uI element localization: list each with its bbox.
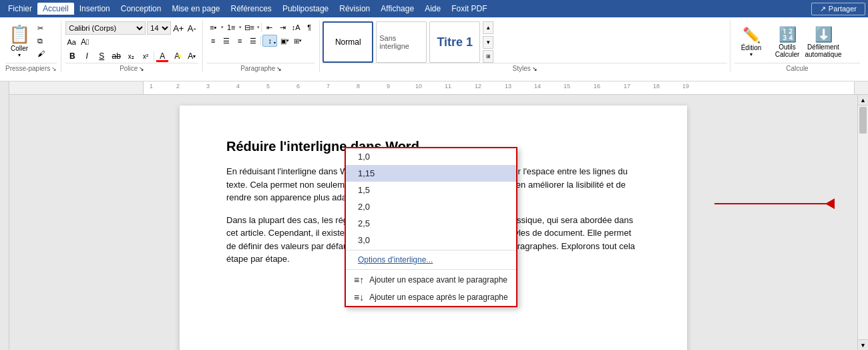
styles-group-expand[interactable]: ↘ xyxy=(532,65,537,72)
style-sans-interligne[interactable]: Sans interligne xyxy=(376,21,427,63)
share-button[interactable]: ↗ Partager xyxy=(811,3,865,15)
share-icon: ↗ xyxy=(820,5,826,13)
increase-indent-button[interactable]: ⇥ xyxy=(276,21,288,33)
styles-scroll-down[interactable]: ▼ xyxy=(483,36,493,49)
menu-revision[interactable]: Révision xyxy=(334,3,375,15)
menu-publipostage[interactable]: Publipostage xyxy=(277,3,334,15)
spacing-option-25[interactable]: 2,5 xyxy=(346,215,516,232)
clear-format-button[interactable]: A⃝ xyxy=(79,36,91,48)
menu-mise-en-page[interactable]: Mise en page xyxy=(166,3,225,15)
paste-group-expand[interactable]: ↘ xyxy=(51,65,57,72)
font-group: Calibri (Corps) 14 A+ A- Aa A⃝ B xyxy=(61,20,203,72)
ol-arrow[interactable]: ▾ xyxy=(239,25,242,30)
increase-font-button[interactable]: A+ xyxy=(172,22,184,34)
spacing-option-15[interactable]: 1,5 xyxy=(346,182,516,198)
scissors-icon: ✂ xyxy=(37,24,43,33)
scroll-up-button[interactable]: ▲ xyxy=(858,95,868,106)
edition-group: ✏️ Édition ▾ 🔢 Outils Calculer ⬇️ Défile… xyxy=(730,20,864,72)
menu-aide[interactable]: Aide xyxy=(419,3,446,15)
subscript-button[interactable]: x₂ xyxy=(124,49,138,63)
menu-accueil[interactable]: Accueil xyxy=(37,3,74,15)
edition-icon: ✏️ xyxy=(742,27,761,44)
calculator-icon: 🔢 xyxy=(779,26,797,43)
add-after-icon: ≡↓ xyxy=(354,292,364,303)
spacing-option-3[interactable]: 3,0 xyxy=(346,232,516,248)
ordered-list-button[interactable]: 1≡ xyxy=(225,21,237,33)
cut-button[interactable]: ✂ xyxy=(35,23,47,34)
paragraph-group: ≡•▾ 1≡▾ ⊟≡▾ ⇤ ⇥ ↕A ¶ ≡ ☰ ≡ ☰ xyxy=(203,20,320,72)
red-arrow xyxy=(714,198,835,209)
style-normal[interactable]: Normal xyxy=(322,21,373,63)
menu-conception[interactable]: Conception xyxy=(116,3,167,15)
line-spacing-button[interactable]: ↕▾ xyxy=(262,35,277,47)
shading-button[interactable]: ▣▾ xyxy=(278,35,290,47)
text-color-button[interactable]: A xyxy=(156,49,169,63)
format-painter-icon: 🖌 xyxy=(37,49,45,57)
styles-expand[interactable]: ⊞ xyxy=(483,50,493,63)
spacing-option-1[interactable]: 1,0 xyxy=(346,148,516,165)
format-painter-button[interactable]: 🖌 xyxy=(35,48,47,59)
menu-references[interactable]: Références xyxy=(226,3,277,15)
multilevel-list-button[interactable]: ⊟≡ xyxy=(243,21,255,33)
font-group-expand[interactable]: ↘ xyxy=(139,65,144,72)
unordered-list-button[interactable]: ≡• xyxy=(207,21,219,33)
menu-bar: Fichier Accueil Insertion Conception Mis… xyxy=(0,0,868,17)
styles-group: Normal Sans interligne Titre 1 ▲ ▼ ⊞ xyxy=(320,20,730,72)
edition-button[interactable]: ✏️ Édition ▾ xyxy=(734,21,768,63)
bold-button[interactable]: B xyxy=(65,49,79,63)
paste-dropdown-arrow: ▾ xyxy=(18,52,21,58)
superscript-button[interactable]: x² xyxy=(139,49,152,63)
ml-arrow[interactable]: ▾ xyxy=(257,25,260,30)
paste-icon: 📋 xyxy=(9,24,30,45)
styles-scroll-controls: ▲ ▼ ⊞ xyxy=(483,21,493,63)
tools-calculer-button[interactable]: 🔢 Outils Calculer xyxy=(771,21,804,63)
borders-button[interactable]: ⊞▾ xyxy=(292,35,304,47)
styles-scroll-up[interactable]: ▲ xyxy=(483,21,493,34)
scroll-thumb[interactable] xyxy=(859,107,867,134)
justify-button[interactable]: ☰ xyxy=(247,35,259,47)
ruler: 1 2 3 4 5 6 7 8 9 10 11 12 13 14 15 16 1… xyxy=(9,81,868,95)
copy-icon: ⧉ xyxy=(37,37,43,45)
menu-affichage[interactable]: Affichage xyxy=(375,3,419,15)
underline-button[interactable]: S xyxy=(95,49,108,63)
align-left-button[interactable]: ≡ xyxy=(207,35,219,47)
add-space-before-button[interactable]: ≡↑ Ajouter un espace avant le paragraphe xyxy=(346,271,516,289)
scroll-auto-button[interactable]: ⬇️ Défilement automatique xyxy=(807,21,840,63)
style-titre1[interactable]: Titre 1 xyxy=(429,21,480,63)
font-size-select[interactable]: 14 xyxy=(147,21,171,35)
strikethrough-button[interactable]: ab xyxy=(110,49,123,63)
paste-group: 📋 Coller ▾ ✂ ⧉ 🖌 xyxy=(4,20,61,72)
align-right-button[interactable]: ≡ xyxy=(234,35,246,47)
spacing-options-link[interactable]: Options d'interligne... xyxy=(346,252,516,268)
app-frame: Fichier Accueil Insertion Conception Mis… xyxy=(0,0,868,350)
spacing-option-115[interactable]: 1,15 xyxy=(346,165,516,182)
show-marks-button[interactable]: ¶ xyxy=(303,21,315,33)
decrease-font-button[interactable]: A- xyxy=(186,22,198,34)
ribbon: 📋 Coller ▾ ✂ ⧉ 🖌 xyxy=(0,17,868,81)
add-before-icon: ≡↑ xyxy=(354,275,364,285)
scroll-icon: ⬇️ xyxy=(815,26,833,43)
ul-arrow[interactable]: ▾ xyxy=(221,25,224,30)
left-margin xyxy=(0,81,9,350)
highlight-button[interactable]: A xyxy=(170,49,184,63)
menu-foxit[interactable]: Foxit PDF xyxy=(446,3,492,15)
decrease-indent-button[interactable]: ⇤ xyxy=(263,21,275,33)
font-color-button[interactable]: A▾ xyxy=(185,49,198,63)
main-area: 1 2 3 4 5 6 7 8 9 10 11 12 13 14 15 16 1… xyxy=(0,81,868,350)
para-group-expand[interactable]: ↘ xyxy=(276,65,282,72)
arrow-head xyxy=(825,198,835,209)
edition-dropdown-arrow: ▾ xyxy=(750,51,752,57)
font-name-select[interactable]: Calibri (Corps) xyxy=(65,21,146,35)
menu-insertion[interactable]: Insertion xyxy=(74,3,116,15)
scroll-down-button[interactable]: ▼ xyxy=(858,339,868,350)
align-center-button[interactable]: ☰ xyxy=(220,35,232,47)
add-space-after-button[interactable]: ≡↓ Ajouter un espace après le paragraphe xyxy=(346,289,516,306)
spacing-option-2[interactable]: 2,0 xyxy=(346,198,516,215)
copy-button[interactable]: ⧉ xyxy=(35,35,47,47)
paste-button[interactable]: 📋 Coller ▾ xyxy=(5,22,33,60)
menu-fichier[interactable]: Fichier xyxy=(3,3,37,15)
vertical-scrollbar[interactable]: ▲ ▼ xyxy=(857,95,868,350)
text-case-button[interactable]: Aa xyxy=(65,36,77,48)
sort-button[interactable]: ↕A xyxy=(290,21,302,33)
italic-button[interactable]: I xyxy=(80,49,93,63)
